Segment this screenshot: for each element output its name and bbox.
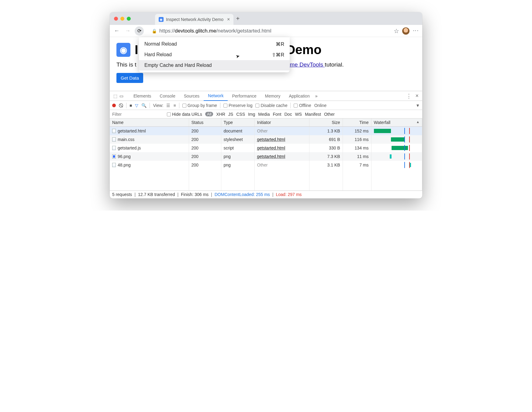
filter-img[interactable]: Img [248,112,255,117]
col-waterfall[interactable]: Waterfall▲ [371,118,422,126]
large-rows-icon[interactable]: ☰ [166,103,170,108]
filter-doc[interactable]: Doc [284,112,292,117]
cell-initiator[interactable]: getstarted.html [254,144,309,152]
inspect-element-icon[interactable]: ⬚ [112,94,118,98]
waterfall-view-icon[interactable]: ≡ [173,103,176,108]
filter-other[interactable]: Other [324,112,335,117]
reload-context-menu: Normal Reload ⌘R Hard Reload ⇧⌘R Empty C… [139,37,290,72]
bookmark-star-icon[interactable]: ☆ [394,27,399,35]
cell-waterfall [371,126,422,135]
tab-memory[interactable]: Memory [261,91,285,101]
tab-console[interactable]: Console [155,91,179,101]
context-menu-empty-cache-hard-reload[interactable]: Empty Cache and Hard Reload [139,60,290,70]
record-button[interactable] [112,104,116,107]
new-tab-button[interactable]: + [233,15,242,22]
maximize-window-button[interactable] [127,17,131,21]
cell-type: stylesheet [221,135,254,144]
tab-close-icon[interactable]: × [227,17,230,22]
status-load: Load: 297 ms [276,192,302,197]
filter-ws[interactable]: WS [295,112,302,117]
back-button[interactable]: ← [113,28,121,34]
col-size[interactable]: Size [309,118,343,126]
status-requests: 5 requests [112,192,132,197]
throttling-select[interactable]: Online [314,103,326,108]
titlebar: ◉ Inspect Network Activity Demo × + [110,12,422,25]
cell-status: 200 [189,126,221,135]
filter-media[interactable]: Media [258,112,270,117]
tab-performance[interactable]: Performance [228,91,261,101]
filter-xhr[interactable]: XHR [216,112,225,117]
table-row[interactable]: 96.png200pnggetstarted.html7.3 KB11 ms [110,152,422,161]
cell-status: 200 [189,144,221,152]
cell-name: getstarted.html [110,126,189,135]
table-row[interactable]: 48.png200pngOther3.1 KB7 ms [110,161,422,169]
preserve-log-checkbox[interactable]: Preserve log [223,103,253,108]
col-status[interactable]: Status [189,118,221,126]
intro-suffix: tutorial. [325,61,344,68]
table-row[interactable]: getstarted.js200scriptgetstarted.html330… [110,144,422,152]
file-icon [112,154,116,159]
cell-name: 48.png [110,161,189,169]
separator [290,103,291,108]
tab-sources[interactable]: Sources [180,91,204,101]
cell-initiator: Other [254,161,309,169]
file-icon [112,137,116,142]
col-name[interactable]: Name [110,118,189,126]
disable-cache-checkbox[interactable]: Disable cache [255,103,287,108]
cell-size: 1.3 KB [309,126,343,135]
filter-input[interactable] [112,112,164,117]
devtools-menu-icon[interactable]: ⋮ [406,93,412,99]
filter-all[interactable]: All [205,112,213,116]
search-icon[interactable]: 🔍 [141,103,147,108]
network-toolbar: ■ ▽ 🔍 View: ☰ ≡ Group by frame Preserve … [110,101,422,110]
reload-button[interactable]: ⟳ [135,26,144,36]
filter-manifest[interactable]: Manifest [305,112,321,117]
menu-item-label: Hard Reload [144,52,172,58]
sort-icon: ▲ [416,120,420,124]
group-by-frame-checkbox[interactable]: Group by frame [182,103,217,108]
close-window-button[interactable] [114,17,118,21]
filter-js[interactable]: JS [228,112,233,117]
checkbox-label: Disable cache [261,103,287,108]
file-icon [112,163,116,167]
reload-icon: ⟳ [137,28,141,34]
table-row[interactable]: getstarted.html200documentOther1.3 KB152… [110,126,422,135]
browser-menu-icon[interactable]: ⋮ [413,28,419,34]
offline-checkbox[interactable]: Offline [294,103,311,108]
tabs-overflow-icon[interactable]: » [315,94,318,98]
camera-icon[interactable]: ■ [130,103,132,108]
file-icon [112,146,116,150]
tab-network[interactable]: Network [204,91,228,101]
cell-initiator[interactable]: getstarted.html [254,152,309,161]
status-dcl: DOMContentLoaded: 255 ms [215,192,270,197]
tab-application[interactable]: Application [285,91,314,101]
toolbar-dropdown-icon[interactable]: ▼ [416,103,420,108]
col-type[interactable]: Type [221,118,254,126]
browser-window: ◉ Inspect Network Activity Demo × + ← → … [110,12,422,198]
table-row[interactable]: main.css200stylesheetgetstarted.html691 … [110,135,422,144]
minimize-window-button[interactable] [120,17,124,21]
profile-avatar[interactable] [402,27,409,35]
hide-data-urls-checkbox[interactable]: Hide data URLs [167,112,202,117]
tab-elements[interactable]: Elements [129,91,155,101]
forward-button[interactable]: → [124,28,132,34]
filter-css[interactable]: CSS [236,112,245,117]
filter-bar: Hide data URLs All XHR JS CSS Img Media … [110,110,422,118]
get-data-button[interactable]: Get Data [116,73,143,83]
col-initiator[interactable]: Initiator [254,118,309,126]
tab-favicon: ◉ [159,17,164,22]
devtools-close-icon[interactable]: × [415,93,419,99]
cell-status: 200 [189,135,221,144]
url-text: https://devtools.glitch.me/network/getst… [159,28,271,34]
file-icon [112,129,116,133]
device-toolbar-icon[interactable]: ▭ [118,94,124,98]
context-menu-normal-reload[interactable]: Normal Reload ⌘R [139,39,290,50]
clear-button[interactable] [119,103,123,108]
browser-tab[interactable]: ◉ Inspect Network Activity Demo × [155,14,233,25]
col-time[interactable]: Time [343,118,371,126]
address-bar[interactable]: 🔒 https://devtools.glitch.me/network/get… [147,28,391,34]
cell-initiator[interactable]: getstarted.html [254,135,309,144]
filter-font[interactable]: Font [273,112,281,117]
filter-icon[interactable]: ▽ [135,103,138,108]
context-menu-hard-reload[interactable]: Hard Reload ⇧⌘R [139,50,290,60]
